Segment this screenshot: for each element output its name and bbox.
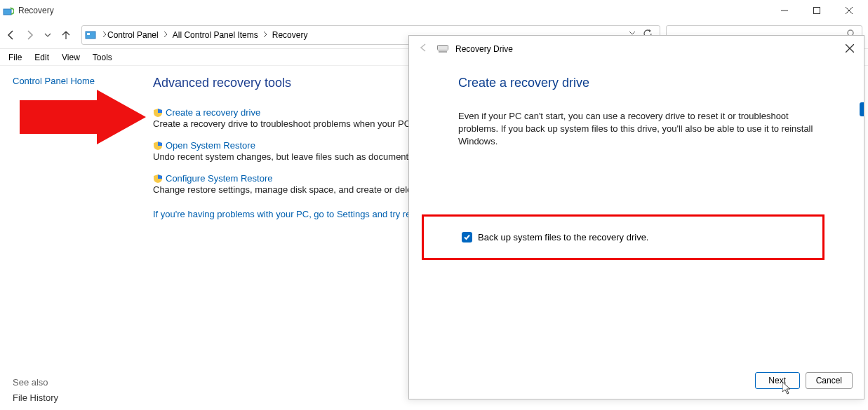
breadcrumb-item[interactable]: All Control Panel Items [173, 30, 258, 40]
recovery-drive-dialog: Recovery Drive Create a recovery drive E… [408, 35, 864, 399]
breadcrumb-sep-icon [102, 30, 107, 40]
breadcrumb-item[interactable]: Recovery [272, 30, 308, 40]
svg-rect-0 [4, 9, 11, 15]
reset-link[interactable]: If you're having problems with your PC, … [153, 209, 425, 219]
open-restore-link[interactable]: Open System Restore [166, 140, 255, 151]
maximize-button[interactable] [801, 0, 833, 21]
forward-icon[interactable] [24, 29, 35, 41]
breadcrumb-sep-icon [163, 30, 168, 40]
scroll-indicator [860, 102, 864, 116]
recovery-icon [3, 5, 14, 16]
back-icon[interactable] [6, 29, 17, 41]
svg-marker-8 [649, 29, 651, 32]
window-title: Recovery [18, 6, 768, 15]
titlebar: Recovery [0, 0, 868, 21]
window-controls [768, 0, 865, 21]
see-also-label: See also [13, 377, 48, 388]
cancel-button[interactable]: Cancel [806, 372, 853, 389]
create-recovery-link[interactable]: Create a recovery drive [166, 107, 260, 118]
shield-icon [153, 174, 163, 184]
menu-view[interactable]: View [56, 51, 86, 64]
dialog-title: Recovery Drive [455, 44, 513, 54]
menu-tools[interactable]: Tools [87, 51, 118, 64]
cursor-icon [782, 382, 794, 397]
breadcrumb-sep-icon [262, 30, 268, 40]
dialog-description: Even if your PC can't start, you can use… [458, 110, 815, 149]
recent-dropdown-icon[interactable] [42, 32, 53, 39]
shield-icon [153, 108, 163, 118]
dialog-footer: Next Cancel [755, 372, 853, 389]
nav-arrows [6, 29, 72, 41]
breadcrumb-item[interactable]: Control Panel [107, 30, 159, 40]
svg-rect-3 [814, 8, 820, 14]
backup-checkbox-label: Back up system files to the recovery dri… [478, 232, 648, 242]
minimize-button[interactable] [768, 0, 801, 21]
svg-marker-11 [20, 90, 146, 144]
svg-rect-7 [87, 33, 90, 35]
dialog-close-button[interactable] [841, 40, 858, 57]
control-panel-home-link[interactable]: Control Panel Home [13, 76, 140, 86]
backup-checkbox[interactable] [462, 232, 472, 242]
dialog-body: Create a recovery drive Even if your PC … [409, 62, 864, 260]
dialog-heading: Create a recovery drive [458, 76, 815, 90]
shield-icon [153, 141, 163, 151]
annotation-highlight: Back up system files to the recovery dri… [422, 214, 824, 260]
dialog-back-icon[interactable] [419, 43, 430, 55]
menu-file[interactable]: File [3, 51, 27, 64]
up-icon[interactable] [60, 29, 72, 41]
close-button[interactable] [833, 0, 865, 21]
dialog-header: Recovery Drive [409, 36, 864, 62]
configure-restore-link[interactable]: Configure System Restore [166, 173, 272, 184]
file-history-link[interactable]: File History [13, 392, 58, 403]
svg-rect-15 [439, 51, 447, 53]
svg-rect-14 [438, 45, 448, 50]
control-panel-icon [85, 29, 96, 41]
menu-edit[interactable]: Edit [29, 51, 55, 64]
drive-icon [437, 45, 448, 53]
annotation-arrow [20, 90, 146, 146]
